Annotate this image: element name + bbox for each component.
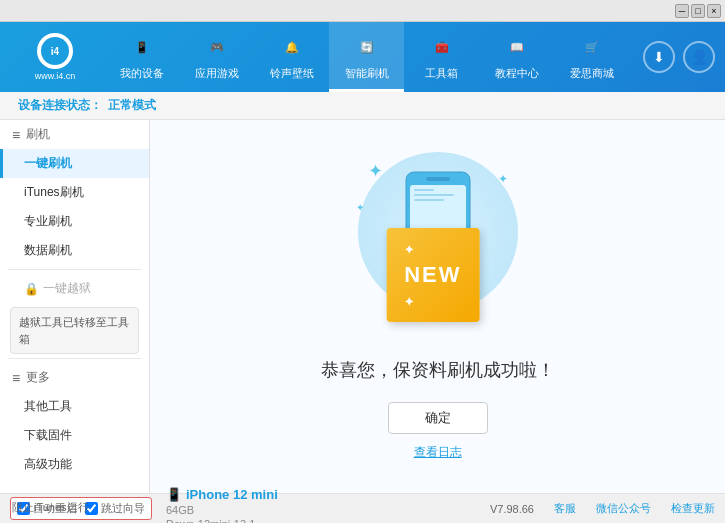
more-section-header[interactable]: ≡ 更多	[0, 363, 149, 392]
success-title: 恭喜您，保资料刷机成功啦！	[321, 358, 555, 382]
svg-rect-3	[426, 177, 450, 181]
nav-label-mall: 爱思商城	[570, 66, 614, 81]
phone-icon: 📱	[166, 487, 182, 502]
customer-service-link[interactable]: 客服	[554, 501, 576, 516]
logo-circle: i4	[37, 33, 73, 69]
title-bar: ─ □ ×	[0, 0, 725, 22]
status-value: 正常模式	[108, 97, 156, 114]
jailbreak-info-box: 越狱工具已转移至工具箱	[10, 307, 139, 354]
nav-icon-mall: 🛒	[578, 34, 606, 62]
nav-icon-app-game: 🎮	[203, 34, 231, 62]
sidebar-item-one-click-flash[interactable]: 一键刷机	[0, 149, 149, 178]
logo-area: i4 www.i4.cn	[10, 33, 100, 81]
nav-label-smart-flash: 智能刷机	[345, 66, 389, 81]
user-button[interactable]: 👤	[683, 41, 715, 73]
nav-item-tutorial[interactable]: 📖 教程中心	[479, 22, 554, 92]
flash-section: ≡ 刷机 一键刷机 iTunes刷机 专业刷机 数据刷机	[0, 120, 149, 265]
maximize-button[interactable]: □	[691, 4, 705, 18]
nav-icon-tutorial: 📖	[503, 34, 531, 62]
logo-inner: i4	[41, 37, 69, 65]
nav-icon-wallpaper: 🔔	[278, 34, 306, 62]
nav-items: 📱 我的设备 🎮 应用游戏 🔔 铃声壁纸 🔄 智能刷机 🧰 工具箱 📖 教程中心…	[100, 22, 633, 92]
nav-item-my-device[interactable]: 📱 我的设备	[104, 22, 179, 92]
sidebar-item-download-firmware[interactable]: 下载固件	[0, 421, 149, 450]
header: i4 www.i4.cn 📱 我的设备 🎮 应用游戏 🔔 铃声壁纸 🔄 智能刷机…	[0, 22, 725, 92]
wechat-public-link[interactable]: 微信公众号	[596, 501, 651, 516]
device-info-area: 📱 iPhone 12 mini 64GB Down-12mini-13,1	[166, 487, 278, 523]
nav-label-my-device: 我的设备	[120, 66, 164, 81]
flash-section-label: 刷机	[26, 126, 50, 143]
status-bar: 设备连接状态： 正常模式	[0, 92, 725, 120]
new-badge: NEW	[386, 228, 479, 322]
more-section-label: 更多	[26, 369, 50, 386]
nav-item-smart-flash[interactable]: 🔄 智能刷机	[329, 22, 404, 92]
skip-wizard-label: 跳过向导	[101, 501, 145, 516]
nav-item-mall[interactable]: 🛒 爱思商城	[554, 22, 629, 92]
sparkle-1: ✦	[368, 160, 383, 182]
nav-label-wallpaper: 铃声壁纸	[270, 66, 314, 81]
confirm-label: 确定	[425, 409, 451, 427]
nav-icon-toolbox: 🧰	[428, 34, 456, 62]
nav-item-wallpaper[interactable]: 🔔 铃声壁纸	[254, 22, 329, 92]
sidebar-item-itunes-flash[interactable]: iTunes刷机	[0, 178, 149, 207]
confirm-button[interactable]: 确定	[388, 402, 488, 434]
sidebar-item-data-flash[interactable]: 数据刷机	[0, 236, 149, 265]
daily-link[interactable]: 查看日志	[414, 444, 462, 461]
version-text: V7.98.66	[490, 503, 534, 515]
svg-rect-6	[414, 199, 444, 201]
nav-item-app-game[interactable]: 🎮 应用游戏	[179, 22, 254, 92]
jailbreak-info-text: 越狱工具已转移至工具箱	[19, 316, 129, 345]
sidebar-divider-2	[8, 358, 141, 359]
sidebar-divider-1	[8, 269, 141, 270]
download-button[interactable]: ⬇	[643, 41, 675, 73]
success-card: ✦ ✦ ✦	[321, 152, 555, 461]
sidebar-item-advanced[interactable]: 高级功能	[0, 450, 149, 479]
phone-illustration: ✦ ✦ ✦	[348, 152, 528, 342]
jailbreak-label: 一键越狱	[43, 280, 91, 297]
jailbreak-section: 🔒 一键越狱	[0, 274, 149, 303]
main-content: ✦ ✦ ✦	[150, 120, 725, 493]
skip-wizard-checkbox[interactable]: 跳过向导	[85, 501, 145, 516]
check-update-link[interactable]: 检查更新	[671, 501, 715, 516]
device-storage: 64GB	[166, 504, 278, 516]
svg-rect-4	[414, 189, 434, 191]
nav-label-tutorial: 教程中心	[495, 66, 539, 81]
flash-section-header[interactable]: ≡ 刷机	[0, 120, 149, 149]
sidebar-item-other-tools[interactable]: 其他工具	[0, 392, 149, 421]
nav-icon-smart-flash: 🔄	[353, 34, 381, 62]
status-label: 设备连接状态：	[18, 97, 102, 114]
device-name: 📱 iPhone 12 mini	[166, 487, 278, 502]
header-right: ⬇ 👤	[643, 41, 715, 73]
window-controls[interactable]: ─ □ ×	[675, 4, 721, 18]
svg-rect-5	[414, 194, 454, 196]
itunes-status: 阻止iTunes运行	[12, 500, 89, 515]
nav-label-toolbox: 工具箱	[425, 66, 458, 81]
device-model: Down-12mini-13,1	[166, 518, 278, 523]
close-button[interactable]: ×	[707, 4, 721, 18]
sparkle-3: ✦	[356, 202, 364, 213]
logo-subtitle: www.i4.cn	[35, 71, 76, 81]
minimize-button[interactable]: ─	[675, 4, 689, 18]
flash-icon: ≡	[12, 127, 20, 143]
nav-item-toolbox[interactable]: 🧰 工具箱	[404, 22, 479, 92]
nav-label-app-game: 应用游戏	[195, 66, 239, 81]
bottom-right: V7.98.66 客服 微信公众号 检查更新	[490, 501, 715, 516]
sidebar: ≡ 刷机 一键刷机 iTunes刷机 专业刷机 数据刷机 🔒 一键越狱 越狱工具…	[0, 120, 150, 493]
sidebar-item-pro-flash[interactable]: 专业刷机	[0, 207, 149, 236]
main-layout: ≡ 刷机 一键刷机 iTunes刷机 专业刷机 数据刷机 🔒 一键越狱 越狱工具…	[0, 120, 725, 493]
nav-icon-my-device: 📱	[128, 34, 156, 62]
sparkle-2: ✦	[498, 172, 508, 186]
lock-icon: 🔒	[24, 282, 39, 296]
bottom-bar: 自动重启 跳过向导 📱 iPhone 12 mini 64GB Down-12m…	[0, 493, 725, 523]
more-icon: ≡	[12, 370, 20, 386]
device-name-text: iPhone 12 mini	[186, 487, 278, 502]
